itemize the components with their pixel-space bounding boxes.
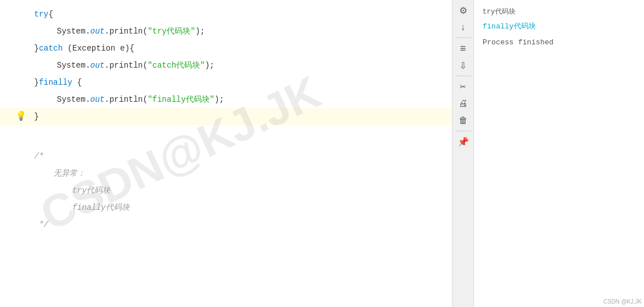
comment-text-3: finally代码块 [34,199,130,216]
code-line-5: }finally { [0,74,452,91]
brace-open: { [48,6,53,23]
str-try: "try代码块" [148,23,196,40]
code-editor[interactable]: CSDN@KJ.JK try{ System.out.println("try代… [0,0,452,307]
delete-button[interactable]: 🗑 [455,113,472,128]
menu-button[interactable]: ≡ [455,40,472,56]
separator-1 [455,38,471,38]
finally-brace: { [72,74,82,91]
close-paren-1: ); [196,23,205,40]
comment-close: */ [0,216,452,233]
out-3: out [90,91,105,108]
code-line-blank2 [0,136,452,148]
out: out [90,23,105,40]
code-line-7: 💡 } [0,108,452,125]
closing-brace: } [34,108,39,125]
dot-println-2: .println( [105,57,148,74]
dot-println-3: .println( [105,91,148,108]
comment-text-2: try代码块 [34,182,110,199]
output-process: Process finished [483,36,635,49]
comment-slash: /* [34,148,44,165]
code-line-6: System.out.println("finally代码块"); [0,91,452,108]
sidebar-toolbar: ⚙ ↓ ≡ ⇩ ✂ 🖨 🗑 📌 [452,0,473,307]
comment-text-1: 无异常： [34,165,85,182]
system: System. [57,23,90,40]
separator-3 [455,131,471,131]
output-line-finally: finally代码块 [483,20,635,33]
code-line-2: System.out.println("try代码块"); [0,23,452,40]
download-button[interactable]: ↓ [455,19,472,35]
code-line-3: }catch (Exception e){ [0,40,452,57]
str-catch: "catch代码块" [148,57,205,74]
system-3: System. [57,91,90,108]
dot-println: .println( [105,23,148,40]
kw-try: try [34,6,48,23]
pin-button[interactable]: 📌 [455,134,472,150]
print-button[interactable]: 🖨 [455,96,472,111]
line-gutter-7: 💡 [0,108,31,125]
comment-line-2: try代码块 [0,182,452,199]
bulb-icon[interactable]: 💡 [15,108,27,125]
settings-button[interactable]: ⚙ [455,2,472,18]
comment-open: /* [0,148,452,165]
str-finally: "finally代码块" [148,91,215,108]
system-2: System. [57,57,90,74]
catch-params: (Exception e){ [63,40,134,57]
output-line-header: try代码块 [483,6,635,18]
close-paren-2: ); [205,57,214,74]
comment-line-3: finally代码块 [0,199,452,216]
brace-finally: } [34,74,39,91]
import-button[interactable]: ⇩ [455,57,472,73]
code-line-blank1 [0,125,452,136]
close-paren-3: ); [214,91,224,108]
brace-catch: } [34,40,39,57]
code-line-1: try{ [0,6,452,23]
comment-line-1: 无异常： [0,165,452,182]
code-line-4: System.out.println("catch代码块"); [0,57,452,74]
comment-end: */ [34,216,48,233]
branding: CSDN @KJ.JK [604,298,642,305]
out-2: out [90,57,105,74]
separator-2 [455,76,471,76]
scissors-button[interactable]: ✂ [455,78,472,94]
output-panel: try代码块 finally代码块 Process finished [473,0,644,307]
kw-catch: catch [39,40,63,57]
kw-finally: finally [39,74,72,91]
